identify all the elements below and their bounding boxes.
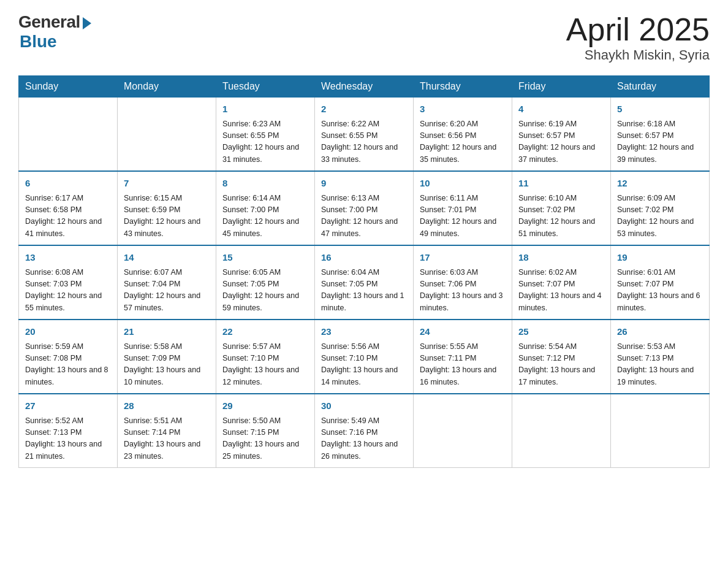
day-info: Sunrise: 6:17 AMSunset: 6:58 PMDaylight:… [25,193,111,240]
day-info: Sunrise: 5:53 AMSunset: 7:13 PMDaylight:… [617,341,703,389]
day-info: Sunrise: 6:04 AMSunset: 7:05 PMDaylight:… [321,267,407,315]
day-info: Sunrise: 5:50 AMSunset: 7:15 PMDaylight:… [222,415,308,463]
day-info: Sunrise: 5:59 AMSunset: 7:08 PMDaylight:… [25,341,111,389]
day-info: Sunrise: 6:02 AMSunset: 7:07 PMDaylight:… [518,267,604,315]
day-info: Sunrise: 6:09 AMSunset: 7:02 PMDaylight:… [617,193,703,240]
location-title: Shaykh Miskin, Syria [566,47,710,63]
day-info: Sunrise: 6:20 AMSunset: 6:56 PMDaylight:… [420,118,506,166]
calendar-cell: 4Sunrise: 6:19 AMSunset: 6:57 PMDaylight… [512,98,611,172]
calendar-cell: 24Sunrise: 5:55 AMSunset: 7:11 PMDayligh… [414,320,512,394]
day-info: Sunrise: 6:22 AMSunset: 6:55 PMDaylight:… [321,118,407,166]
day-info: Sunrise: 6:01 AMSunset: 7:07 PMDaylight:… [617,267,703,315]
day-number: 19 [617,251,703,265]
day-info: Sunrise: 6:23 AMSunset: 6:55 PMDaylight:… [222,118,308,166]
calendar-cell [118,98,216,172]
day-number: 4 [518,102,604,117]
day-info: Sunrise: 6:07 AMSunset: 7:04 PMDaylight:… [124,267,210,315]
calendar-cell: 19Sunrise: 6:01 AMSunset: 7:07 PMDayligh… [611,245,710,320]
day-info: Sunrise: 6:10 AMSunset: 7:02 PMDaylight:… [518,193,604,240]
calendar-cell: 23Sunrise: 5:56 AMSunset: 7:10 PMDayligh… [315,320,414,394]
day-info: Sunrise: 6:15 AMSunset: 6:59 PMDaylight:… [124,193,210,240]
day-number: 22 [222,325,308,339]
day-info: Sunrise: 5:51 AMSunset: 7:14 PMDaylight:… [124,415,210,463]
calendar-cell: 14Sunrise: 6:07 AMSunset: 7:04 PMDayligh… [118,245,216,320]
calendar-cell: 21Sunrise: 5:58 AMSunset: 7:09 PMDayligh… [118,320,216,394]
day-number: 29 [222,399,308,413]
day-info: Sunrise: 6:08 AMSunset: 7:03 PMDaylight:… [25,267,111,315]
header-thursday: Thursday [414,76,512,98]
logo-general-text: General [18,12,80,32]
calendar-cell [512,394,611,468]
header-tuesday: Tuesday [216,76,315,98]
logo-arrow-icon [83,17,91,29]
calendar-cell: 7Sunrise: 6:15 AMSunset: 6:59 PMDaylight… [118,171,216,245]
calendar-cell: 13Sunrise: 6:08 AMSunset: 7:03 PMDayligh… [19,245,118,320]
day-number: 20 [25,325,111,339]
day-info: Sunrise: 6:18 AMSunset: 6:57 PMDaylight:… [617,118,703,166]
calendar-cell: 11Sunrise: 6:10 AMSunset: 7:02 PMDayligh… [512,171,611,245]
calendar-cell: 18Sunrise: 6:02 AMSunset: 7:07 PMDayligh… [512,245,611,320]
day-number: 16 [321,251,407,265]
calendar-cell [611,394,710,468]
calendar-cell: 22Sunrise: 5:57 AMSunset: 7:10 PMDayligh… [216,320,315,394]
calendar-cell: 2Sunrise: 6:22 AMSunset: 6:55 PMDaylight… [315,98,414,172]
day-number: 15 [222,251,308,265]
calendar-cell: 27Sunrise: 5:52 AMSunset: 7:13 PMDayligh… [19,394,118,468]
calendar-cell: 5Sunrise: 6:18 AMSunset: 6:57 PMDaylight… [611,98,710,172]
day-number: 1 [222,102,308,117]
calendar-table: Sunday Monday Tuesday Wednesday Thursday… [18,75,710,468]
day-info: Sunrise: 5:49 AMSunset: 7:16 PMDaylight:… [321,415,407,463]
day-number: 28 [124,399,210,413]
logo: General Blue [18,12,91,52]
day-info: Sunrise: 5:54 AMSunset: 7:12 PMDaylight:… [518,341,604,389]
day-number: 18 [518,251,604,265]
header-saturday: Saturday [611,76,710,98]
calendar-cell: 3Sunrise: 6:20 AMSunset: 6:56 PMDaylight… [414,98,512,172]
calendar-cell: 28Sunrise: 5:51 AMSunset: 7:14 PMDayligh… [118,394,216,468]
day-number: 30 [321,399,407,413]
calendar-cell: 8Sunrise: 6:14 AMSunset: 7:00 PMDaylight… [216,171,315,245]
calendar-cell: 6Sunrise: 6:17 AMSunset: 6:58 PMDaylight… [19,171,118,245]
calendar-cell: 30Sunrise: 5:49 AMSunset: 7:16 PMDayligh… [315,394,414,468]
calendar-week-row: 1Sunrise: 6:23 AMSunset: 6:55 PMDaylight… [19,98,710,172]
day-number: 27 [25,399,111,413]
calendar-cell: 16Sunrise: 6:04 AMSunset: 7:05 PMDayligh… [315,245,414,320]
day-number: 11 [518,177,604,191]
day-number: 9 [321,177,407,191]
day-number: 24 [420,325,506,339]
calendar-week-row: 6Sunrise: 6:17 AMSunset: 6:58 PMDaylight… [19,171,710,245]
month-title: April 2025 [566,12,710,47]
day-number: 13 [25,251,111,265]
day-info: Sunrise: 5:57 AMSunset: 7:10 PMDaylight:… [222,341,308,389]
calendar-week-row: 20Sunrise: 5:59 AMSunset: 7:08 PMDayligh… [19,320,710,394]
calendar-cell: 26Sunrise: 5:53 AMSunset: 7:13 PMDayligh… [611,320,710,394]
day-number: 26 [617,325,703,339]
header-sunday: Sunday [19,76,118,98]
day-number: 12 [617,177,703,191]
calendar-cell: 15Sunrise: 6:05 AMSunset: 7:05 PMDayligh… [216,245,315,320]
day-number: 3 [420,102,506,117]
header: General Blue April 2025 Shaykh Miskin, S… [18,12,710,63]
day-number: 25 [518,325,604,339]
day-number: 6 [25,177,111,191]
day-number: 21 [124,325,210,339]
day-number: 17 [420,251,506,265]
day-number: 14 [124,251,210,265]
calendar-cell: 17Sunrise: 6:03 AMSunset: 7:06 PMDayligh… [414,245,512,320]
logo-blue-text: Blue [20,32,57,52]
day-number: 10 [420,177,506,191]
calendar-cell [19,98,118,172]
day-info: Sunrise: 6:03 AMSunset: 7:06 PMDaylight:… [420,267,506,315]
calendar-cell: 29Sunrise: 5:50 AMSunset: 7:15 PMDayligh… [216,394,315,468]
calendar-cell: 12Sunrise: 6:09 AMSunset: 7:02 PMDayligh… [611,171,710,245]
calendar-cell: 20Sunrise: 5:59 AMSunset: 7:08 PMDayligh… [19,320,118,394]
day-info: Sunrise: 6:11 AMSunset: 7:01 PMDaylight:… [420,193,506,240]
day-info: Sunrise: 5:52 AMSunset: 7:13 PMDaylight:… [25,415,111,463]
header-friday: Friday [512,76,611,98]
title-area: April 2025 Shaykh Miskin, Syria [566,12,710,63]
day-number: 2 [321,102,407,117]
day-number: 5 [617,102,703,117]
day-info: Sunrise: 6:14 AMSunset: 7:00 PMDaylight:… [222,193,308,240]
calendar-cell [414,394,512,468]
day-info: Sunrise: 5:58 AMSunset: 7:09 PMDaylight:… [124,341,210,389]
